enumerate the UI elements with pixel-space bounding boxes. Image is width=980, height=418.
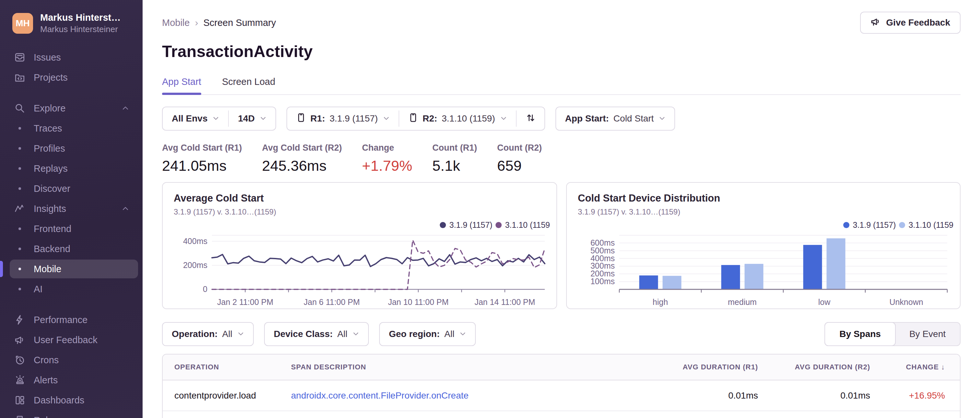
tab-app-start[interactable]: App Start	[162, 76, 201, 94]
sidebar-item-label: Profiles	[34, 143, 65, 154]
legend-label: 3.1.10 (1159	[505, 220, 550, 230]
chart-legend: 3.1.9 (1157)3.1.10 (1159	[174, 220, 550, 230]
user-name: Markus Hinterst…	[40, 12, 121, 23]
svg-text:Unknown: Unknown	[889, 297, 923, 307]
legend-item[interactable]: 3.1.9 (1157)	[440, 220, 492, 230]
cell-operation: contentprovider.load	[174, 391, 291, 401]
column-header-avg-duration-r1-[interactable]: AVG DURATION (R1)	[644, 363, 758, 371]
release-r1-label: R1:	[310, 113, 325, 124]
stat-avg-cold-start-r2-: Avg Cold Start (R2) 245.36ms	[262, 143, 342, 174]
sidebar-item-label: Releases	[34, 415, 73, 418]
phone-icon	[408, 113, 418, 125]
geo-region-filter-group: Geo region: All	[379, 322, 476, 346]
sidebar-item-profiles[interactable]: Profiles	[0, 138, 143, 159]
legend-item[interactable]: 3.1.9 (1157)	[843, 220, 896, 230]
legend-dot	[899, 222, 905, 228]
environment-selector[interactable]: All Envs	[163, 107, 228, 130]
cell-avg-duration-r2: 0.01ms	[758, 391, 870, 401]
column-header-change[interactable]: CHANGE ↓	[870, 363, 945, 371]
sidebar-item-discover[interactable]: Discover	[0, 178, 143, 199]
sidebar-item-replays[interactable]: Replays	[0, 159, 143, 178]
give-feedback-button[interactable]: Give Feedback	[860, 12, 961, 34]
avg-cold-start-line-chart[interactable]: 0200ms400msJan 2 11:00 PMJan 6 11:00 PMJ…	[174, 230, 547, 309]
releases-icon	[14, 415, 25, 418]
chevron-down-icon	[260, 113, 266, 124]
span-filters: Operation: All Device Class: All Geo reg…	[162, 322, 476, 346]
give-feedback-label: Give Feedback	[886, 17, 950, 28]
sidebar-item-explore[interactable]: Explore	[0, 98, 143, 118]
issues-icon	[14, 52, 25, 63]
sidebar-item-label: Dashboards	[34, 395, 84, 406]
stat-value: 5.1k	[432, 157, 477, 174]
release-r2-selector[interactable]: R2: 3.1.10 (1159)	[399, 107, 516, 130]
app-start-type-selector[interactable]: App Start: Cold Start	[556, 107, 675, 130]
date-range-selector[interactable]: 14D	[229, 107, 275, 130]
release-r1-selector[interactable]: R1: 3.1.9 (1157)	[287, 107, 399, 130]
svg-text:Jan 10 11:00 PM: Jan 10 11:00 PM	[388, 297, 449, 307]
sidebar-item-alerts[interactable]: Alerts	[0, 370, 143, 390]
app-start-value: Cold Start	[614, 113, 654, 124]
sidebar-item-issues[interactable]: Issues	[0, 47, 143, 67]
stat-value: 659	[497, 157, 542, 174]
device-class-filter[interactable]: Device Class: All	[265, 323, 368, 345]
geo-region-value: All	[444, 329, 454, 339]
crons-icon	[14, 354, 25, 366]
stat-label: Avg Cold Start (R1)	[162, 143, 242, 153]
user-org: Markus Hintersteiner	[40, 24, 121, 34]
device-distribution-bar-chart[interactable]: 100ms200ms300ms400ms500ms600mshighmedium…	[578, 230, 950, 309]
geo-region-filter[interactable]: Geo region: All	[380, 323, 475, 345]
table-row[interactable]: contentprovider.load androidx.core.conte…	[163, 380, 960, 411]
sidebar-item-dashboards[interactable]: Dashboards	[0, 390, 143, 410]
breadcrumb-mobile[interactable]: Mobile	[162, 17, 189, 28]
breadcrumb-chevron-icon: ›	[195, 17, 198, 28]
sidebar-item-releases[interactable]: Releases	[0, 410, 143, 418]
sidebar-item-label: Explore	[34, 103, 65, 114]
sidebar-item-performance[interactable]: Performance	[0, 310, 143, 330]
sidebar-item-ai[interactable]: AI	[0, 279, 143, 299]
spans-table: OPERATIONSPAN DESCRIPTIONAVG DURATION (R…	[162, 354, 961, 418]
chevron-down-icon	[460, 329, 466, 339]
sidebar-item-projects[interactable]: Projects	[0, 67, 143, 87]
svg-text:low: low	[818, 297, 830, 307]
sidebar-item-label: Frontend	[34, 224, 71, 234]
swap-releases-button[interactable]	[517, 107, 544, 130]
sidebar-item-insights[interactable]: Insights	[0, 199, 143, 219]
tab-bar: App Start Screen Load	[162, 76, 961, 95]
svg-text:Jan 14 11:00 PM: Jan 14 11:00 PM	[474, 297, 535, 307]
sidebar-item-label: Mobile	[34, 264, 61, 275]
device-class-label: Device Class:	[274, 329, 333, 339]
legend-item[interactable]: 3.1.10 (1159	[495, 220, 550, 230]
bullet-icon	[14, 227, 25, 230]
svg-text:medium: medium	[728, 297, 757, 307]
chevron-down-icon	[213, 113, 219, 124]
sidebar-item-label: AI	[34, 284, 43, 294]
operation-filter[interactable]: Operation: All	[163, 323, 253, 345]
sidebar-item-backend[interactable]: Backend	[0, 239, 143, 259]
chevron-up-icon	[122, 103, 129, 114]
tab-screen-load[interactable]: Screen Load	[222, 76, 275, 94]
chart-legend: 3.1.9 (1157)3.1.10 (1159	[578, 220, 953, 230]
app-root: MH Markus Hinterst… Markus Hintersteiner…	[0, 0, 980, 418]
user-menu[interactable]: MH Markus Hinterst… Markus Hintersteiner	[0, 12, 143, 34]
active-item-indicator	[0, 261, 3, 277]
stat-value: +1.79%	[362, 157, 412, 174]
chart-subtitle: 3.1.9 (1157) v. 3.1.10…(1159)	[578, 207, 949, 216]
sidebar-item-frontend[interactable]: Frontend	[0, 219, 143, 239]
column-header-span-description[interactable]: SPAN DESCRIPTION	[291, 363, 644, 371]
column-header-operation[interactable]: OPERATION	[174, 363, 291, 371]
cell-span-description-link[interactable]: androidx.core.content.FileProvider.onCre…	[291, 391, 644, 401]
bullet-icon	[14, 187, 25, 190]
sidebar-item-traces[interactable]: Traces	[0, 118, 143, 138]
avatar: MH	[12, 13, 33, 34]
legend-label: 3.1.9 (1157)	[853, 220, 896, 230]
sidebar-item-label: Insights	[34, 203, 66, 214]
sidebar-item-crons[interactable]: Crons	[0, 350, 143, 370]
alerts-icon	[14, 375, 25, 386]
toggle-by-spans[interactable]: By Spans	[824, 322, 896, 346]
date-range-value: 14D	[238, 113, 255, 124]
column-header-avg-duration-r2-[interactable]: AVG DURATION (R2)	[758, 363, 870, 371]
sidebar-item-mobile[interactable]: Mobile	[0, 259, 143, 279]
legend-item[interactable]: 3.1.10 (1159	[899, 220, 953, 230]
toggle-by-event[interactable]: By Event	[895, 323, 960, 345]
sidebar-item-user-feedback[interactable]: User Feedback	[0, 330, 143, 350]
